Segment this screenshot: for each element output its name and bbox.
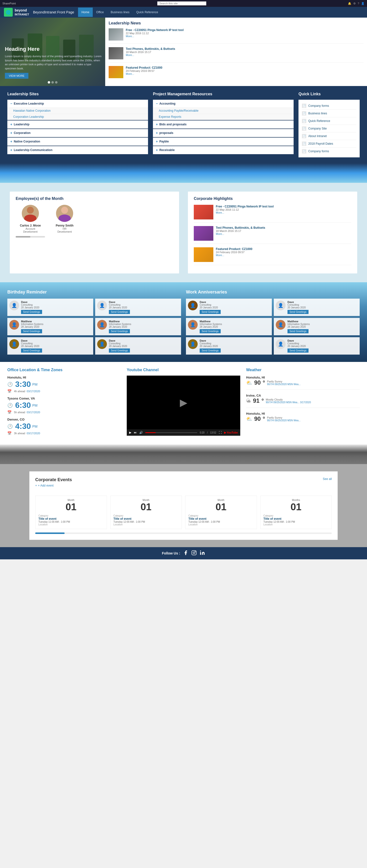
employee-scrollbar[interactable] bbox=[16, 236, 45, 238]
nav-link-home[interactable]: Home bbox=[78, 7, 93, 17]
quick-link-6[interactable]: 📄 Company forms bbox=[302, 148, 356, 155]
weather-temp-row-1: 🌥 91 ° Mostly Cloudy 90/7/4 09/25/2020 M… bbox=[246, 397, 360, 404]
weather-city-1: Irvine, CA bbox=[246, 394, 360, 397]
news-title-3: Featured Product: CZ1000 bbox=[126, 66, 162, 69]
bday-btn-2[interactable]: Send Greetings bbox=[21, 329, 42, 333]
dot-1[interactable] bbox=[48, 81, 50, 84]
corp-header[interactable]: + Corporation bbox=[7, 129, 148, 137]
work-btn-3[interactable]: Send Greetings bbox=[287, 329, 309, 333]
bday-btn-1[interactable]: Send Greetings bbox=[109, 310, 130, 314]
events-add-button[interactable]: + + Add event bbox=[35, 484, 72, 487]
quick-link-3[interactable]: 📄 Company Site bbox=[302, 125, 356, 132]
news-more-3[interactable]: More... bbox=[126, 72, 162, 75]
add-icon: + bbox=[35, 484, 37, 487]
ar-link[interactable]: Accounting Payble/Receivable bbox=[159, 109, 198, 113]
bday-btn-3[interactable]: Send Greetings bbox=[109, 329, 130, 333]
event-name-0: Title of event bbox=[38, 517, 104, 521]
nav-link-business[interactable]: Business lines bbox=[107, 7, 133, 17]
work-name-4: Dave bbox=[200, 339, 270, 342]
corp-news-more-2[interactable]: More... bbox=[216, 254, 252, 256]
proposals-header[interactable]: + proposals bbox=[153, 129, 293, 137]
bday-btn-5[interactable]: Send Greetings bbox=[109, 348, 130, 352]
events-see-all-link[interactable]: See all bbox=[323, 477, 332, 481]
event-time-2: Tuesday 12:00 AM - 1:00 PM bbox=[189, 521, 254, 523]
bids-header[interactable]: + Bids and proposals bbox=[153, 121, 293, 128]
birthday-col: Birthday Reminder 👤 Dave Consulting 20 J… bbox=[7, 289, 181, 354]
quick-link-4[interactable]: 📄 About Intranet bbox=[302, 132, 356, 140]
corp-news-date-1: 18 March 2016 15:17 bbox=[216, 229, 265, 232]
footer-follow-label: Follow Us : bbox=[162, 551, 180, 555]
instagram-icon[interactable] bbox=[191, 550, 197, 557]
event-loc-1: Location bbox=[114, 523, 179, 526]
link-corporation[interactable]: Corporation Leadership bbox=[7, 114, 148, 120]
receivable-header[interactable]: + Receivable bbox=[153, 146, 293, 154]
nav-link-quick[interactable]: Quick Reference bbox=[133, 7, 162, 17]
bday-btn-0[interactable]: Send Greetings bbox=[21, 310, 42, 314]
corp-news-more-0[interactable]: More... bbox=[216, 211, 274, 214]
corp-news-title-0: Free - CZ20051 Pinga Network IP test too… bbox=[216, 205, 274, 208]
employee-name-1: Penny Smith bbox=[50, 224, 79, 227]
weather-dates-2: 90/7/4 09/25/2020 MSN Wea... bbox=[267, 419, 301, 422]
link-hawaiian[interactable]: Hawaiian Native Corporation bbox=[7, 108, 148, 114]
quick-links-title: Quick Links bbox=[299, 92, 360, 96]
user-icon[interactable]: 👤 bbox=[361, 2, 365, 5]
settings-icon[interactable]: ⚙ bbox=[353, 2, 356, 5]
help-icon[interactable]: ? bbox=[358, 2, 359, 5]
event-loc-0: Location bbox=[38, 523, 104, 526]
work-btn-0[interactable]: Send Greetings bbox=[200, 310, 221, 314]
yt-play-button[interactable]: ▶ bbox=[129, 431, 132, 434]
bday-btn-4[interactable]: Send Greetings bbox=[21, 348, 42, 352]
comm-header[interactable]: + Leadership Communication bbox=[7, 146, 148, 154]
corp-news-more-1[interactable]: More... bbox=[216, 232, 265, 235]
office-ahead-1: 5h ahead bbox=[14, 411, 25, 414]
office-city-2: Denver, CO bbox=[7, 417, 121, 421]
yt-skip-button[interactable]: ⏭ bbox=[134, 431, 137, 434]
hawaiian-link[interactable]: Hawaiian Native Corporation bbox=[13, 109, 51, 113]
news-more-1[interactable]: More... bbox=[126, 35, 184, 38]
quick-link-label-2: Quick Reference bbox=[308, 119, 330, 123]
events-scrollbar[interactable] bbox=[35, 532, 332, 534]
bday-card-4: 👤 Dave Consulting 20 January 2020 Send G… bbox=[7, 337, 93, 354]
dot-3[interactable] bbox=[55, 81, 57, 84]
facebook-icon[interactable] bbox=[183, 550, 189, 557]
linkedin-icon[interactable] bbox=[200, 550, 205, 557]
hero-view-more-button[interactable]: VIEW MORE bbox=[5, 73, 28, 79]
payble-header[interactable]: + Payble bbox=[153, 137, 293, 146]
native-header[interactable]: + Native Corporation bbox=[7, 137, 148, 146]
cal-icon-2: 📅 bbox=[7, 431, 11, 435]
event-month-3: Months bbox=[263, 499, 329, 501]
leadership-exec-header[interactable]: − Executive Leadership bbox=[7, 100, 148, 108]
leadership-header[interactable]: + Leadership bbox=[7, 121, 148, 128]
yt-fullscreen-button[interactable]: ⛶ bbox=[219, 431, 222, 434]
quick-link-1[interactable]: 📄 Business lines bbox=[302, 110, 356, 117]
news-more-2[interactable]: More... bbox=[126, 54, 175, 57]
quick-link-5[interactable]: 📄 2018 Payroll Dates bbox=[302, 140, 356, 148]
weather-entry-2: Honolulu, HI ⛅ 90 ° Partly Sunny 90/7/4 … bbox=[246, 412, 360, 426]
nav-bar: 🌐 beyondINTRANET BeyondIntranet Front Pa… bbox=[0, 7, 367, 18]
quick-link-2[interactable]: 📄 Quick Reference bbox=[302, 117, 356, 125]
work-btn-4[interactable]: Send Greetings bbox=[200, 348, 221, 352]
work-btn-1[interactable]: Send Greetings bbox=[287, 310, 309, 314]
event-cat-3: Category bbox=[263, 515, 329, 517]
nav-link-office[interactable]: Office bbox=[93, 7, 107, 17]
yt-progress-bar[interactable] bbox=[145, 432, 197, 433]
work-name-5: Dave bbox=[287, 339, 358, 342]
bell-icon[interactable]: 🔔 bbox=[348, 2, 351, 5]
project-group-payble: + Payble bbox=[153, 137, 293, 146]
bday-info-4: Dave Consulting 20 January 2020 Send Gre… bbox=[21, 339, 91, 352]
expense-link[interactable]: Expense Reports bbox=[159, 115, 181, 119]
work-date-4: 20 January 2020 bbox=[200, 345, 270, 347]
work-btn-5[interactable]: Send Greetings bbox=[287, 348, 309, 352]
yt-volume-icon[interactable]: 🔊 bbox=[139, 431, 143, 434]
logo-icon: 🌐 bbox=[4, 8, 13, 17]
corporation-link[interactable]: Corporation Leadership bbox=[13, 115, 44, 119]
work-btn-2[interactable]: Send Greetings bbox=[200, 329, 221, 333]
work-avatar-2: 👤 bbox=[188, 320, 198, 330]
dot-2[interactable] bbox=[51, 81, 54, 84]
link-expense[interactable]: Expense Reports bbox=[153, 114, 293, 120]
search-input[interactable] bbox=[157, 1, 206, 5]
nav-logo: 🌐 beyondINTRANET bbox=[4, 8, 29, 17]
link-ar[interactable]: Accounting Payble/Receivable bbox=[153, 108, 293, 114]
quick-link-0[interactable]: 📄 Company forms bbox=[302, 102, 356, 110]
accounting-header[interactable]: − Accounting bbox=[153, 100, 293, 108]
